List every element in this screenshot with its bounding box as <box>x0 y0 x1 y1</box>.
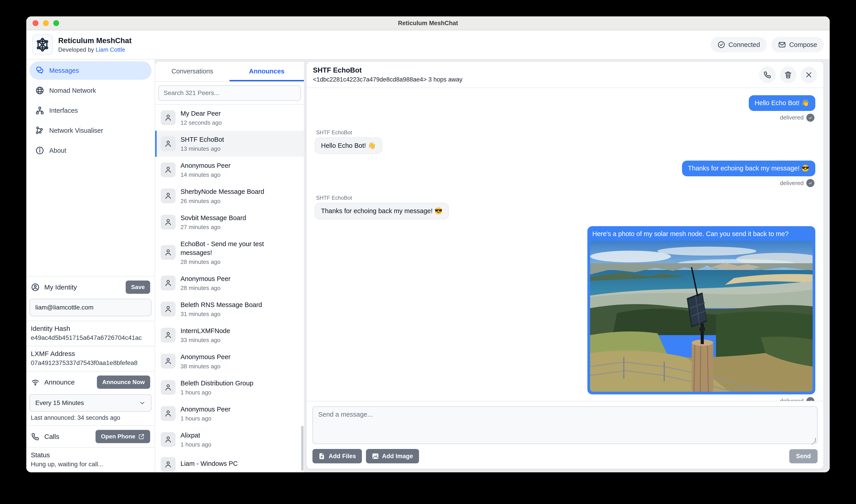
phone-icon <box>31 432 40 441</box>
add-files-label: Add Files <box>329 453 356 460</box>
tab-announces[interactable]: Announces <box>229 62 304 81</box>
list-item[interactable]: Anonymous Peer14 minutes ago <box>155 157 304 183</box>
compose-button[interactable]: Compose <box>771 37 824 52</box>
delivered-check-icon <box>806 114 815 122</box>
add-image-label: Add Image <box>382 453 413 460</box>
tab-conversations[interactable]: Conversations <box>155 62 229 81</box>
sidebar-item-label: Network Visualiser <box>49 127 103 134</box>
add-files-button[interactable]: Add Files <box>312 449 362 463</box>
delivered-label: delivered <box>780 180 804 187</box>
avatar <box>161 245 176 260</box>
attached-photo[interactable] <box>590 241 813 392</box>
avatar <box>161 457 176 472</box>
scrollbar-thumb[interactable] <box>301 426 303 471</box>
announces-list: My Dear Peer12 seconds ago SHTF EchoBot1… <box>155 105 304 472</box>
announce-now-button[interactable]: Announce Now <box>97 376 150 389</box>
chat-header: SHTF EchoBot <1dbc2281c4223c7a479de8cd8a… <box>307 62 823 88</box>
hierarchy-icon <box>35 106 44 115</box>
avatar <box>161 215 176 230</box>
peer-time: 26 minutes ago <box>180 198 264 204</box>
peer-name: SHTF EchoBot <box>180 135 224 144</box>
peer-name: Anonymous Peer <box>180 274 230 283</box>
sidebar-item-network-visualiser[interactable]: Network Visualiser <box>30 121 152 140</box>
message-input[interactable]: Send a message... <box>312 406 818 444</box>
person-icon <box>164 357 173 366</box>
compose-label: Compose <box>789 41 817 49</box>
list-item[interactable]: Beleth Distribution Group1 hours ago <box>155 374 304 400</box>
sidebar-item-about[interactable]: About <box>30 141 152 160</box>
peer-time: 14 minutes ago <box>180 172 230 178</box>
lxmf-address-section: LXMF Address 07a4912375337d7543f0aa1e8bf… <box>26 346 155 371</box>
display-name-input[interactable]: liam@liamcottle.com <box>30 299 152 316</box>
delivered-check-icon <box>806 179 815 187</box>
list-item[interactable]: Anonymous Peer38 minutes ago <box>155 348 304 374</box>
list-item-selected[interactable]: SHTF EchoBot13 minutes ago <box>155 131 304 157</box>
list-item[interactable]: Alixpat1 hours ago <box>155 427 304 453</box>
send-button[interactable]: Send <box>789 449 818 463</box>
avatar <box>161 136 176 151</box>
avatar <box>161 432 176 447</box>
developer-credit: Developed by Liam Cottle <box>58 46 132 53</box>
peer-time: 31 minutes ago <box>180 311 262 318</box>
save-button[interactable]: Save <box>126 281 150 294</box>
close-conversation-button[interactable] <box>801 67 817 83</box>
open-phone-button[interactable]: Open Phone <box>95 430 150 443</box>
peer-time: 38 minutes ago <box>180 363 230 370</box>
person-icon <box>164 409 173 418</box>
person-icon <box>164 248 173 257</box>
list-item[interactable]: SherbyNode Message Board26 minutes ago <box>155 183 304 209</box>
list-item[interactable]: Liam - Windows PC <box>155 453 304 472</box>
app-header: Reticulum MeshChat Developed by Liam Cot… <box>26 30 830 59</box>
peer-time: 1 hours ago <box>180 441 211 448</box>
add-image-button[interactable]: Add Image <box>366 449 419 463</box>
message-sender-label: SHTF EchoBot <box>316 195 352 201</box>
list-item[interactable]: My Dear Peer12 seconds ago <box>155 105 304 131</box>
list-item[interactable]: EchoBot - Send me your test messages!28 … <box>155 235 304 270</box>
sidebar-item-label: Messages <box>49 67 79 74</box>
close-icon <box>805 71 813 79</box>
avatar <box>161 302 176 317</box>
page-title: Reticulum MeshChat <box>58 36 132 45</box>
avatar <box>161 162 176 177</box>
globe-icon <box>35 86 44 95</box>
message-sender-label: SHTF EchoBot <box>316 129 352 136</box>
list-item[interactable]: Anonymous Peer28 minutes ago <box>155 270 304 296</box>
call-button[interactable] <box>759 67 776 83</box>
sidebar-item-messages[interactable]: Messages <box>30 61 152 80</box>
desktop-background: Reticulum MeshChat Reticulum MeshChat <box>0 0 856 504</box>
peer-name: Alixpat <box>180 431 211 440</box>
announce-interval-select[interactable]: Every 15 Minutes <box>30 394 152 412</box>
person-icon <box>164 435 173 444</box>
lxmf-address-value: 07a4912375337d7543f0aa1e8bfefea8 <box>31 359 150 366</box>
sidebar-identity-panel: My Identity Save liam@liamcottle.com Ide… <box>26 276 155 472</box>
person-icon <box>164 305 173 313</box>
peer-time: 13 minutes ago <box>180 145 224 152</box>
sidebar-item-interfaces[interactable]: Interfaces <box>30 101 152 120</box>
developer-link[interactable]: Liam Cottle <box>95 46 125 53</box>
person-icon <box>164 330 173 340</box>
chat-bubbles-icon <box>35 66 44 75</box>
message-history[interactable]: Hello Echo Bot! 👋 delivered SHTF EchoBot… <box>307 88 823 401</box>
search-input[interactable]: Search 321 Peers... <box>158 85 301 101</box>
sidebar-item-nomad-network[interactable]: Nomad Network <box>30 81 152 100</box>
peer-time: 1 hours ago <box>180 389 254 396</box>
connected-status-button[interactable]: Connected <box>711 37 767 52</box>
list-item[interactable]: Anonymous Peer1 hours ago <box>155 400 304 427</box>
delete-conversation-button[interactable] <box>780 67 797 83</box>
list-item[interactable]: InternLXMFNode33 minutes ago <box>155 322 304 348</box>
person-icon <box>164 278 173 287</box>
peer-name: Sovbit Message Board <box>180 214 246 222</box>
peer-name: Beleth Distribution Group <box>180 379 254 388</box>
lxmf-address-label: LXMF Address <box>31 350 150 358</box>
external-link-icon <box>138 433 145 440</box>
person-icon <box>164 165 173 174</box>
delivery-status: delivered <box>780 397 815 401</box>
sidebar-nav: Messages Nomad Network Interfaces Networ… <box>26 59 155 163</box>
developed-by-text: Developed by <box>58 46 94 53</box>
list-item[interactable]: Sovbit Message Board27 minutes ago <box>155 209 304 235</box>
chevron-down-icon <box>139 399 146 406</box>
delivered-label: delivered <box>780 114 804 121</box>
list-item[interactable]: Beleth RNS Message Board31 minutes ago <box>155 296 304 322</box>
resize-handle[interactable] <box>811 438 816 442</box>
window-title: Reticulum MeshChat <box>26 20 830 27</box>
